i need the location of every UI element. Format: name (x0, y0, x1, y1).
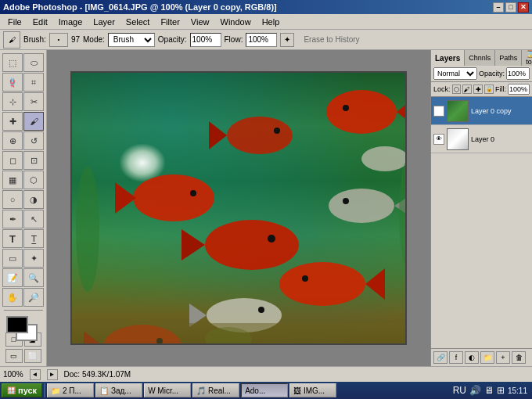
layer-link-button[interactable]: 🔗 (433, 351, 448, 364)
layer-delete-button[interactable]: 🗑 (512, 351, 526, 364)
svg-point-5 (190, 190, 196, 196)
tab-channels[interactable]: Chnnls (465, 50, 495, 66)
taskbar-item-5[interactable]: 🖼 IMG... (289, 383, 336, 397)
clock: 15:11 (508, 386, 527, 395)
tool-lasso[interactable]: 🪢 (2, 73, 23, 92)
layer-visibility-0-copy[interactable]: 👁 (433, 106, 444, 117)
tool-path-select[interactable]: ↖ (23, 210, 44, 228)
tool-marquee-ellipse[interactable]: ⬭ (23, 53, 44, 72)
minimize-button[interactable]: – (493, 2, 504, 13)
taskbar-item-3[interactable]: 🎵 Real... (192, 383, 239, 397)
nav-right-button[interactable]: ► (47, 369, 58, 380)
tab-history[interactable]: ⌛tory (522, 50, 532, 66)
taskbar-item-2[interactable]: W Micr... (144, 383, 191, 397)
taskbar-item-4[interactable]: Ado... (241, 383, 288, 397)
blend-mode-select[interactable]: Normal (433, 67, 477, 80)
svg-marker-10 (365, 268, 385, 300)
tool-blur[interactable]: ○ (2, 190, 23, 209)
tab-layers[interactable]: Layers (431, 50, 465, 66)
lock-all[interactable]: 🔒 (484, 84, 494, 94)
menu-filter[interactable]: Filter (156, 16, 184, 28)
layer-mask-button[interactable]: ◐ (465, 351, 479, 364)
menu-window[interactable]: Window (216, 16, 256, 28)
opacity-input[interactable] (190, 33, 221, 47)
layer-item-0-copy[interactable]: 👁 Layer 0 copy (431, 97, 532, 125)
taskbar-separator (44, 383, 45, 397)
taskbar-item-1[interactable]: 📋 Зад... (95, 383, 142, 397)
taskbar-tray: RU 🔊 🖥 ⊞ 15:11 (453, 385, 530, 396)
tool-dodge[interactable]: ◑ (23, 190, 44, 209)
menu-layer[interactable]: Layer (88, 16, 120, 28)
taskbar-label-4: Ado... (245, 386, 265, 395)
image-frame (70, 71, 407, 345)
main-layout: ⬚ ⬭ 🪢 ⌗ ⊹ ✂ ✚ 🖌 ⊕ ↺ ◻ ⊡ ▦ ⬡ ○ ◑ (0, 50, 532, 366)
layers-panel: Layers Chnnls Paths ⌛tory Normal Opacity… (430, 50, 532, 366)
tool-eraser[interactable]: ◻ (2, 151, 23, 170)
menu-view[interactable]: View (186, 16, 214, 28)
tool-pen[interactable]: ✒ (2, 210, 23, 228)
tool-gradient[interactable]: ▦ (2, 171, 23, 189)
tool-row-11: ▭ ✦ (2, 249, 44, 268)
tool-bg-eraser[interactable]: ⊡ (23, 151, 44, 170)
tool-notes[interactable]: 📝 (2, 268, 23, 287)
tool-polygonal-lasso[interactable]: ⌗ (23, 73, 44, 92)
lock-transparent[interactable]: ⬡ (452, 84, 462, 94)
svg-rect-29 (72, 323, 405, 343)
tool-crop[interactable]: ⊹ (2, 92, 23, 111)
tool-hand[interactable]: ✋ (2, 288, 23, 307)
lock-image[interactable]: 🖌 (462, 84, 472, 94)
lock-position[interactable]: ✚ (473, 84, 483, 94)
tool-clone[interactable]: ⊕ (2, 131, 23, 150)
color-swatches (6, 316, 41, 330)
start-button[interactable]: 🪟 пуск (2, 383, 42, 397)
tool-zoom[interactable]: 🔎 (23, 288, 44, 307)
canvas-and-panels: Layers Chnnls Paths ⌛tory Normal Opacity… (47, 50, 532, 366)
svg-marker-4 (115, 182, 136, 214)
layer-item-0[interactable]: 👁 Layer 0 (431, 125, 532, 153)
tool-text[interactable]: T (2, 229, 23, 248)
layer-new-button[interactable]: + (496, 351, 510, 364)
canvas-area[interactable] (47, 50, 430, 366)
tool-marquee-rect[interactable]: ⬚ (2, 53, 23, 72)
menu-file[interactable]: File (3, 16, 27, 28)
menu-select[interactable]: Select (121, 16, 155, 28)
title-text: Adobe Photoshop - [IMG_0614.JPG @ 100% (… (3, 2, 277, 12)
nav-left-button[interactable]: ◄ (30, 369, 41, 380)
menu-image[interactable]: Image (54, 16, 88, 28)
layer-thumb-preview-0-copy (448, 101, 468, 121)
tool-slice[interactable]: ✂ (23, 92, 44, 111)
menu-edit[interactable]: Edit (28, 16, 52, 28)
foreground-color[interactable] (6, 316, 28, 333)
mode-select[interactable]: Brush (108, 33, 155, 47)
tool-preset-picker[interactable]: 🖌 (3, 31, 20, 49)
tool-custom-shape[interactable]: ✦ (23, 249, 44, 268)
tool-shape[interactable]: ▭ (2, 249, 23, 268)
maximize-button[interactable]: □ (505, 2, 516, 13)
lock-label: Lock: (433, 85, 451, 93)
tool-history-brush[interactable]: ↺ (23, 131, 44, 150)
tray-network[interactable]: 🖥 (484, 385, 494, 396)
layer-style-button[interactable]: f (449, 351, 463, 364)
lock-row: Lock: ⬡ 🖌 ✚ 🔒 Fill: (431, 82, 532, 97)
brush-preview[interactable]: • (49, 33, 68, 47)
layers-empty-space (431, 153, 532, 348)
tab-paths[interactable]: Paths (495, 50, 522, 66)
tool-healing[interactable]: ✚ (2, 112, 23, 131)
opacity-value-layers[interactable] (506, 67, 530, 80)
status-bar: 100% ◄ ► Doc: 549.3K/1.07M (0, 366, 532, 382)
screen-mode-normal[interactable]: ▭ (5, 349, 23, 363)
tool-brush[interactable]: 🖌 (23, 112, 44, 131)
close-button[interactable]: ✕ (518, 2, 529, 13)
menu-help[interactable]: Help (257, 16, 285, 28)
tool-paint-bucket[interactable]: ⬡ (23, 171, 44, 189)
flow-input[interactable] (246, 33, 277, 47)
tray-volume[interactable]: 🔊 (469, 385, 481, 396)
layer-group-button[interactable]: 📁 (480, 351, 494, 364)
fill-value[interactable] (508, 84, 530, 95)
taskbar-item-0[interactable]: 📁 2 П... (47, 383, 94, 397)
tool-text-mask[interactable]: T̲ (23, 229, 44, 248)
screen-mode-full[interactable]: ⬜ (24, 349, 41, 363)
airbrush-button[interactable]: ✦ (280, 33, 294, 47)
layer-visibility-0[interactable]: 👁 (433, 134, 444, 145)
tool-eyedropper[interactable]: 🔍 (23, 268, 44, 287)
